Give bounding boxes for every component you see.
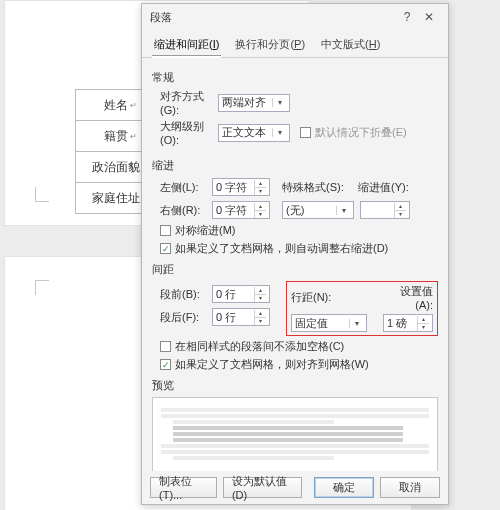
- cancel-button[interactable]: 取消: [380, 477, 440, 498]
- tab-strip: 缩进和间距(I) 换行和分页(P) 中文版式(H): [142, 30, 448, 58]
- paragraph-dialog: 段落 ? ✕ 缩进和间距(I) 换行和分页(P) 中文版式(H) 常规 对齐方式…: [141, 3, 449, 505]
- indent-right-spinner[interactable]: 0 字符▴▾: [212, 201, 270, 219]
- mirror-indents-checkbox[interactable]: [160, 225, 171, 236]
- section-indent: 缩进: [152, 158, 438, 173]
- dialog-title: 段落: [150, 10, 396, 25]
- chevron-down-icon: ▾: [349, 319, 363, 328]
- indent-by-spinner[interactable]: ▴▾: [360, 201, 410, 219]
- snap-to-grid-label: 如果定义了文档网格，则对齐到网格(W): [175, 357, 369, 372]
- no-space-same-style-label: 在相同样式的段落间不添加空格(C): [175, 339, 344, 354]
- chevron-down-icon: ▾: [272, 98, 286, 107]
- dialog-button-bar: 制表位(T)... 设为默认值(D) 确定 取消: [142, 471, 448, 504]
- alignment-label: 对齐方式(G):: [152, 89, 218, 116]
- preview-pane: [152, 397, 438, 471]
- tabs-button[interactable]: 制表位(T)...: [150, 477, 217, 498]
- alignment-combo[interactable]: 两端对齐▾: [218, 94, 290, 112]
- ok-button[interactable]: 确定: [314, 477, 374, 498]
- no-space-same-style-checkbox[interactable]: [160, 341, 171, 352]
- indent-by-label: 缩进值(Y):: [358, 180, 416, 195]
- auto-adjust-indent-checkbox[interactable]: [160, 243, 171, 254]
- space-after-label: 段后(F):: [152, 310, 212, 325]
- set-default-button[interactable]: 设为默认值(D): [223, 477, 302, 498]
- special-indent-label: 特殊格式(S):: [282, 180, 358, 195]
- mirror-indents-label: 对称缩进(M): [175, 223, 236, 238]
- space-before-label: 段前(B):: [152, 287, 212, 302]
- chevron-down-icon: ▾: [336, 206, 350, 215]
- section-spacing: 间距: [152, 262, 438, 277]
- indent-left-spinner[interactable]: 0 字符▴▾: [212, 178, 270, 196]
- snap-to-grid-checkbox[interactable]: [160, 359, 171, 370]
- indent-right-label: 右侧(R):: [152, 203, 212, 218]
- help-button[interactable]: ?: [396, 10, 418, 24]
- dialog-titlebar[interactable]: 段落 ? ✕: [142, 4, 448, 30]
- indent-left-label: 左侧(L):: [152, 180, 212, 195]
- tab-line-page-breaks[interactable]: 换行和分页(P): [233, 34, 307, 57]
- line-spacing-at-spinner[interactable]: 1 磅▴▾: [383, 314, 433, 332]
- tab-indent-spacing[interactable]: 缩进和间距(I): [152, 34, 221, 57]
- space-before-spinner[interactable]: 0 行▴▾: [212, 285, 270, 303]
- line-spacing-at-label: 设置值(A):: [383, 284, 433, 311]
- line-spacing-combo[interactable]: 固定值▾: [291, 314, 367, 332]
- close-button[interactable]: ✕: [418, 10, 440, 24]
- line-spacing-highlight: 行距(N): 设置值(A): 固定值▾ 1 磅▴▾: [286, 281, 438, 336]
- special-indent-combo[interactable]: (无)▾: [282, 201, 354, 219]
- space-after-spinner[interactable]: 0 行▴▾: [212, 308, 270, 326]
- tab-asian-typography[interactable]: 中文版式(H): [319, 34, 382, 57]
- section-preview: 预览: [152, 378, 438, 393]
- line-spacing-label: 行距(N):: [291, 290, 347, 305]
- outline-level-combo[interactable]: 正文文本▾: [218, 124, 290, 142]
- section-general: 常规: [152, 70, 438, 85]
- auto-adjust-indent-label: 如果定义了文档网格，则自动调整右缩进(D): [175, 241, 388, 256]
- collapse-checkbox[interactable]: [300, 127, 311, 138]
- outline-level-label: 大纲级别(O):: [152, 119, 218, 146]
- chevron-down-icon: ▾: [272, 128, 286, 137]
- collapse-label: 默认情况下折叠(E): [315, 125, 407, 140]
